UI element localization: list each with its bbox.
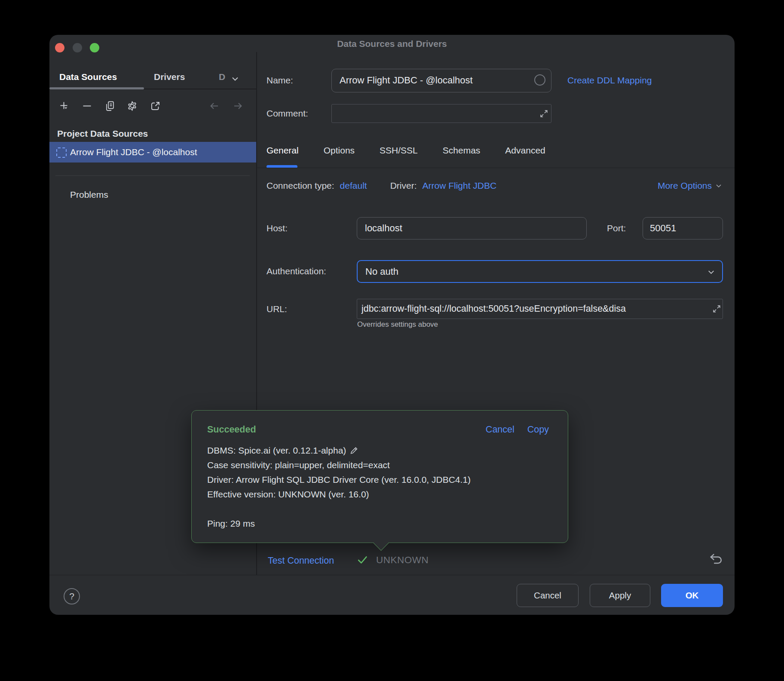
tabs-divider	[256, 168, 735, 168]
host-input[interactable]: localhost	[357, 217, 587, 239]
driver-value-link[interactable]: Arrow Flight JDBC	[423, 181, 497, 191]
url-label: URL:	[266, 304, 287, 314]
driver-label: Driver:	[390, 181, 417, 191]
name-value: Arrow Flight JDBC - @localhost	[332, 69, 551, 92]
chevron-down-icon	[706, 267, 716, 277]
url-value: jdbc:arrow-flight-sql://localhost:50051?…	[357, 299, 711, 318]
expand-icon[interactable]	[539, 109, 548, 118]
expand-icon[interactable]	[712, 304, 721, 313]
dbms-line: DBMS: Spice.ai (ver. 0.12.1-alpha)	[207, 443, 471, 458]
more-options-label: More Options	[658, 181, 712, 191]
forward-arrow-icon[interactable]	[232, 100, 244, 112]
driver-line: Driver: Arrow Flight SQL JDBC Driver Cor…	[207, 472, 471, 487]
comment-input[interactable]	[331, 104, 551, 123]
undo-icon[interactable]	[709, 552, 724, 567]
tab-advanced[interactable]: Advanced	[505, 145, 545, 156]
url-input[interactable]: jdbc:arrow-flight-sql://localhost:50051?…	[357, 299, 723, 319]
tab-data-sources[interactable]: Data Sources	[59, 72, 117, 82]
gear-icon[interactable]	[126, 100, 138, 112]
help-button[interactable]: ?	[64, 588, 80, 604]
tree-item-arrow-flight-jdbc[interactable]: Arrow Flight JDBC - @localhost	[49, 142, 256, 163]
status-succeeded: Succeeded	[207, 424, 256, 435]
port-label: Port:	[607, 223, 626, 233]
open-in-new-window-icon[interactable]	[150, 100, 161, 112]
back-arrow-icon[interactable]	[208, 100, 220, 112]
case-sensitivity-line: Case sensitivity: plain=upper, delimited…	[207, 458, 471, 472]
host-value: localhost	[357, 218, 586, 239]
popup-cancel-link[interactable]: Cancel	[486, 424, 514, 435]
effective-version-line: Effective version: UNKNOWN (ver. 16.0)	[207, 487, 471, 502]
url-hint: Overrides settings above	[357, 320, 438, 329]
connection-status-text: UNKNOWN	[376, 555, 429, 566]
tab-options[interactable]: Options	[324, 145, 355, 156]
tab-ddl-mappings-truncated[interactable]: D	[219, 72, 225, 82]
comment-label: Comment:	[266, 108, 308, 119]
host-label: Host:	[266, 223, 288, 233]
popup-copy-link[interactable]: Copy	[527, 424, 549, 435]
remove-data-source-button[interactable]	[81, 100, 93, 112]
tab-drivers[interactable]: Drivers	[154, 72, 185, 82]
sidebar-item-problems[interactable]: Problems	[70, 190, 108, 200]
ok-button[interactable]: OK	[661, 584, 723, 607]
authentication-label: Authentication:	[266, 266, 326, 276]
test-connection-result-popup: Succeeded Cancel Copy DBMS: Spice.ai (ve…	[191, 410, 568, 543]
desktop: { "window": { "title": "Data Sources and…	[0, 0, 784, 681]
more-options-dropdown[interactable]: More Options	[658, 181, 723, 191]
dbms-text: DBMS: Spice.ai (ver. 0.12.1-alpha)	[207, 445, 346, 455]
tab-schemas[interactable]: Schemas	[443, 145, 481, 156]
sidebar-divider	[55, 175, 250, 176]
settings-tabs: General Options SSH/SSL Schemas Advanced	[266, 145, 545, 156]
connection-type-value-link[interactable]: default	[340, 181, 367, 191]
popup-links: Cancel Copy	[486, 424, 549, 435]
port-value: 50051	[643, 218, 723, 239]
section-project-data-sources: Project Data Sources	[57, 129, 148, 139]
tree-item-label: Arrow Flight JDBC - @localhost	[70, 142, 197, 163]
popup-pointer	[374, 536, 389, 551]
add-data-source-button[interactable]	[58, 100, 70, 112]
create-ddl-mapping-link[interactable]: Create DDL Mapping	[567, 75, 652, 86]
test-connection-link[interactable]: Test Connection	[268, 555, 334, 566]
authentication-select[interactable]: No auth	[357, 260, 723, 283]
chevron-down-icon	[714, 181, 723, 190]
popup-details: DBMS: Spice.ai (ver. 0.12.1-alpha) Case …	[207, 443, 471, 502]
question-mark-icon: ?	[69, 591, 74, 601]
name-sync-indicator-icon	[534, 74, 545, 86]
data-source-icon	[56, 147, 67, 158]
connection-type-row: Connection type: default Driver: Arrow F…	[266, 181, 496, 191]
dialog-title: Data Sources and Drivers	[49, 39, 735, 49]
checkmark-icon	[356, 554, 368, 566]
port-input[interactable]: 50051	[643, 217, 723, 239]
name-input[interactable]: Arrow Flight JDBC - @localhost	[331, 69, 551, 92]
name-label: Name:	[266, 75, 293, 86]
cancel-button[interactable]: Cancel	[517, 584, 579, 607]
authentication-value: No auth	[358, 261, 722, 282]
chevron-down-icon[interactable]	[230, 74, 240, 84]
footer-divider	[49, 575, 735, 575]
apply-button[interactable]: Apply	[590, 584, 650, 607]
tab-ssh-ssl[interactable]: SSH/SSL	[380, 145, 418, 156]
active-tab-indicator	[49, 87, 144, 89]
ping-line: Ping: 29 ms	[207, 516, 255, 531]
data-sources-dialog: Data Sources and Drivers Data Sources Dr…	[49, 35, 735, 615]
duplicate-icon[interactable]	[104, 100, 116, 112]
tab-general[interactable]: General	[266, 145, 299, 156]
connection-type-label: Connection type:	[266, 181, 334, 191]
pencil-edit-icon[interactable]	[349, 445, 359, 455]
